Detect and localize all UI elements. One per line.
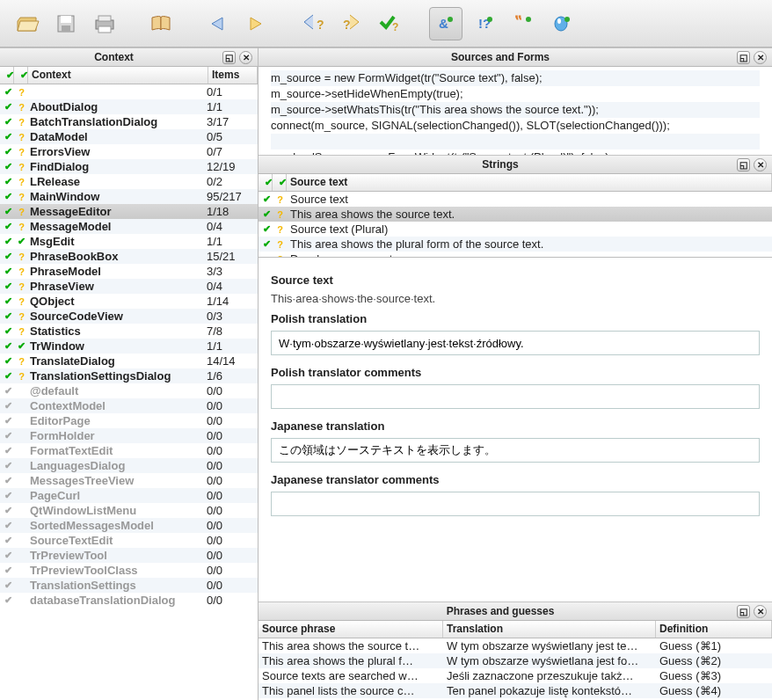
japanese-comments-title: Japanese translator comments — [271, 473, 760, 486]
prev-button[interactable] — [200, 7, 234, 40]
context-row[interactable]: ✔TrPreviewTool0/0 — [0, 548, 258, 563]
done-next-button[interactable]: ? — [373, 7, 406, 40]
polish-comments-title: Polish translator comments — [271, 366, 760, 379]
svg-rect-5 — [98, 26, 111, 33]
svg-point-12 — [487, 17, 492, 22]
placemarker-check-button[interactable] — [545, 7, 579, 40]
sources-panel-header: Sources and Forms ◱ ✕ — [259, 47, 772, 67]
context-row[interactable]: ✔FormatTextEdit0/0 — [0, 443, 258, 458]
context-row[interactable]: ✔QtWindowListMenu0/0 — [0, 503, 258, 518]
context-row[interactable]: ✔EditorPage0/0 — [0, 413, 258, 428]
context-row[interactable]: ✔?MessageEditor1/18 — [0, 204, 258, 219]
close-icon[interactable]: ✕ — [239, 51, 252, 64]
restore-icon[interactable]: ◱ — [737, 605, 750, 618]
phrases-check-button[interactable]: ‟ — [506, 7, 540, 40]
context-row[interactable]: ✔@default0/0 — [0, 383, 258, 398]
string-row[interactable]: ✔?This area shows the plural form of the… — [259, 237, 772, 252]
svg-point-10 — [448, 17, 453, 22]
svg-rect-4 — [98, 16, 111, 21]
svg-text:?: ? — [317, 18, 324, 32]
phrase-row[interactable]: This panel lists the source c…Ten panel … — [259, 683, 772, 698]
punctuation-check-button[interactable]: !? — [468, 7, 501, 40]
source-text-value: This·area·shows·the·source·text. — [271, 292, 760, 305]
context-list[interactable]: ✔?0/1✔?AboutDialog1/1✔?BatchTranslationD… — [0, 84, 258, 700]
toolbar: ? ? ? & !? ‟ — [0, 0, 772, 47]
polish-translation-input[interactable] — [271, 331, 760, 355]
context-table-header: ✔ ✔ Context Items — [0, 67, 258, 84]
polish-comments-input[interactable] — [271, 384, 760, 409]
context-row[interactable]: ✔?BatchTranslationDialog3/17 — [0, 114, 258, 129]
save-button[interactable] — [49, 7, 83, 40]
svg-point-14 — [526, 17, 531, 22]
context-row[interactable]: ✔?TranslationSettingsDialog1/6 — [0, 368, 258, 383]
japanese-translation-title: Japanese translation — [271, 419, 760, 433]
japanese-comments-input[interactable] — [271, 492, 760, 516]
context-row[interactable]: ✔PageCurl0/0 — [0, 488, 258, 503]
sources-viewer: m_source = new FormWidget(tr("Source tex… — [259, 67, 772, 155]
context-row[interactable]: ✔✔TrWindow1/1 — [0, 339, 258, 354]
close-icon[interactable]: ✕ — [754, 51, 767, 64]
context-row[interactable]: ✔FormHolder0/0 — [0, 428, 258, 443]
next-unfinished-button[interactable]: ? — [334, 7, 368, 40]
prev-unfinished-button[interactable]: ? — [295, 7, 329, 40]
strings-panel-header: Strings ◱ ✕ — [259, 155, 772, 174]
source-text-title: Source text — [271, 273, 760, 287]
context-row[interactable]: ✔?ErrorsView0/7 — [0, 144, 258, 159]
close-icon[interactable]: ✕ — [754, 158, 767, 171]
context-row[interactable]: ✔LanguagesDialog0/0 — [0, 458, 258, 473]
context-row[interactable]: ✔ContextModel0/0 — [0, 398, 258, 413]
phrasebook-button[interactable] — [144, 7, 178, 40]
print-button[interactable] — [88, 7, 121, 40]
context-row[interactable]: ✔?QObject1/14 — [0, 294, 258, 309]
context-panel-header: Context ◱ ✕ — [0, 47, 258, 67]
svg-point-16 — [557, 18, 561, 24]
phrases-list[interactable]: This area shows the source t…W tym obsza… — [259, 638, 772, 700]
svg-text:‟: ‟ — [514, 14, 522, 31]
context-row[interactable]: ✔SourceTextEdit0/0 — [0, 533, 258, 548]
polish-translation-title: Polish translation — [271, 312, 760, 325]
context-row[interactable]: ✔✔MsgEdit1/1 — [0, 234, 258, 249]
context-row[interactable]: ✔?PhraseBookBox15/21 — [0, 249, 258, 264]
context-row[interactable]: ✔?MessageModel0/4 — [0, 219, 258, 234]
context-row[interactable]: ✔?PhraseModel3/3 — [0, 264, 258, 279]
context-row[interactable]: ✔?FindDialog12/19 — [0, 159, 258, 174]
context-row[interactable]: ✔?LRelease0/2 — [0, 174, 258, 189]
restore-icon[interactable]: ◱ — [737, 51, 750, 64]
context-row[interactable]: ✔TranslationSettings0/0 — [0, 578, 258, 593]
phrases-table-header: Source phrase Translation Definition — [259, 621, 772, 638]
strings-list[interactable]: ✔?Source text✔?This area shows the sourc… — [259, 192, 772, 257]
context-row[interactable]: ✔MessagesTreeView0/0 — [0, 473, 258, 488]
svg-rect-2 — [62, 26, 70, 32]
context-row[interactable]: ✔?DataModel0/5 — [0, 129, 258, 144]
string-row[interactable]: ✔?Source text (Plural) — [259, 222, 772, 237]
context-row[interactable]: ✔databaseTranslationDialog0/0 — [0, 593, 258, 608]
svg-text:&: & — [439, 16, 448, 31]
phrase-row[interactable]: Source texts are searched w…Jeśli zaznac… — [259, 668, 772, 683]
context-row[interactable]: ✔?MainWindow95/217 — [0, 189, 258, 204]
string-row[interactable]: ✔?Source text — [259, 192, 772, 207]
close-icon[interactable]: ✕ — [754, 605, 767, 618]
string-row[interactable]: ✔?This area shows the source text. — [259, 207, 772, 222]
svg-text:?: ? — [343, 18, 351, 32]
context-row[interactable]: ✔?0/1 — [0, 84, 258, 99]
context-row[interactable]: ✔?TranslateDialog14/14 — [0, 354, 258, 368]
next-button[interactable] — [239, 7, 273, 40]
accelerator-check-button[interactable]: & — [429, 7, 462, 40]
japanese-translation-input[interactable] — [271, 438, 760, 463]
svg-rect-1 — [61, 16, 71, 23]
context-row[interactable]: ✔SortedMessagesModel0/0 — [0, 518, 258, 533]
context-row[interactable]: ✔?SourceCodeView0/3 — [0, 309, 258, 324]
phrase-row[interactable]: This area shows the source t…W tym obsza… — [259, 638, 772, 653]
svg-point-17 — [564, 17, 570, 22]
context-row[interactable]: ✔?AboutDialog1/1 — [0, 99, 258, 114]
phrases-panel-header: Phrases and guesses ◱ ✕ — [259, 602, 772, 621]
translation-editor: Source text This·area·shows·the·source·t… — [259, 257, 772, 602]
context-row[interactable]: ✔?PhraseView0/4 — [0, 279, 258, 294]
phrase-row[interactable]: This area shows the plural f…W tym obsza… — [259, 653, 772, 668]
strings-table-header: ✔ ✔ Source text — [259, 174, 772, 192]
context-row[interactable]: ✔?Statistics7/8 — [0, 324, 258, 339]
context-row[interactable]: ✔TrPreviewToolClass0/0 — [0, 563, 258, 578]
open-button[interactable] — [11, 7, 44, 40]
restore-icon[interactable]: ◱ — [222, 51, 236, 64]
restore-icon[interactable]: ◱ — [737, 158, 750, 171]
